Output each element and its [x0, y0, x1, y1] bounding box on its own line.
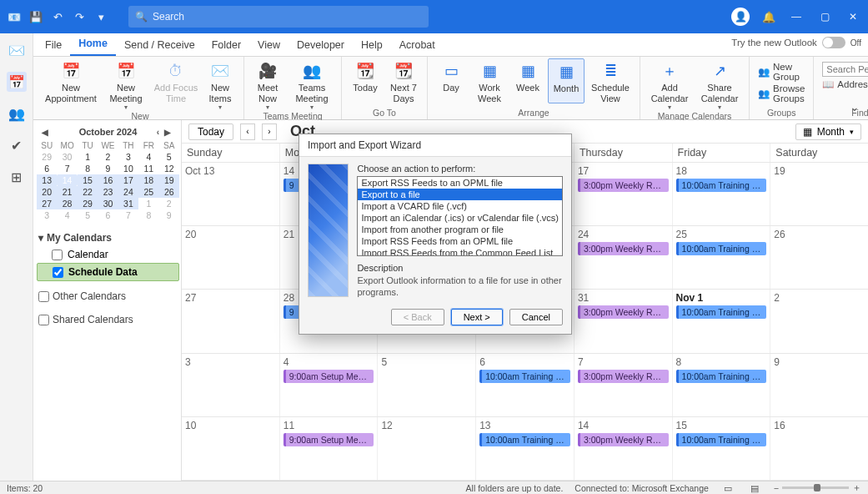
- shared-calendars-header[interactable]: Shared Calendars: [37, 311, 179, 328]
- calendar-event[interactable]: 3:00pm Weekly Recaps: [578, 370, 669, 383]
- schedule-view-button[interactable]: ≣Schedule View: [586, 58, 635, 103]
- calendar-event[interactable]: 10:00am Training Meetups: [676, 179, 767, 192]
- schedule-data-node[interactable]: Schedule Data: [37, 263, 179, 281]
- new-group-button[interactable]: 👥New Group: [758, 62, 805, 82]
- zoom-out-icon[interactable]: −: [774, 483, 779, 493]
- maximize-button[interactable]: ▢: [816, 11, 833, 23]
- day-cell[interactable]: 119:00am Setup Meetings: [279, 417, 378, 480]
- calendar-event[interactable]: 9:00am Setup Meetings: [283, 370, 374, 383]
- day-cell[interactable]: 20: [182, 226, 279, 289]
- prev-range-button[interactable]: ‹: [240, 124, 255, 140]
- calendar-event[interactable]: 9:00am Setup Meetings: [283, 433, 374, 446]
- wizard-option[interactable]: Import from another program or file: [358, 224, 562, 235]
- teams-meeting-button[interactable]: 👥Teams Meeting▾: [288, 58, 336, 111]
- next-button[interactable]: Next >: [451, 309, 503, 325]
- tab-view[interactable]: View: [249, 35, 288, 56]
- tab-folder[interactable]: Folder: [203, 35, 249, 56]
- calendar-node[interactable]: Calendar: [37, 246, 179, 263]
- day-cell[interactable]: 2: [770, 290, 868, 352]
- day-cell[interactable]: Nov 110:00am Training Meetups: [672, 290, 770, 352]
- calendar-event[interactable]: 10:00am Training Meetups: [479, 370, 570, 383]
- calendar-event[interactable]: 3:00pm Weekly Recaps: [578, 433, 669, 446]
- wizard-option[interactable]: Import RSS Feeds from the Common Feed Li…: [358, 247, 562, 256]
- browse-groups-button[interactable]: 👥Browse Groups: [758, 83, 805, 103]
- cancel-button[interactable]: Cancel: [509, 309, 563, 325]
- today-button[interactable]: Today: [188, 124, 233, 140]
- close-button[interactable]: ✕: [845, 11, 861, 23]
- tab-home[interactable]: Home: [70, 33, 116, 56]
- day-cell[interactable]: 12: [377, 417, 475, 480]
- bell-icon[interactable]: 🔔: [761, 9, 776, 24]
- day-cell[interactable]: 9: [770, 354, 868, 416]
- quickaccess-dropdown-icon[interactable]: ▾: [93, 9, 108, 24]
- mini-prev-icon[interactable]: ◀: [38, 128, 52, 137]
- calendar-event[interactable]: 3:00pm Weekly Recaps: [578, 179, 669, 192]
- calendar-event[interactable]: 10:00am Training Meetups: [479, 433, 570, 446]
- day-cell[interactable]: 173:00pm Weekly Recaps: [574, 163, 672, 225]
- next7-button[interactable]: 📆Next 7 Days: [385, 58, 422, 103]
- day-cell[interactable]: 1810:00am Training Meetups: [672, 163, 770, 225]
- day-cell[interactable]: 16: [770, 417, 868, 480]
- calendar-event[interactable]: 10:00am Training Meetups: [676, 305, 767, 319]
- other-calendars-header[interactable]: Other Calendars: [37, 288, 179, 305]
- calendar-event[interactable]: 3:00pm Weekly Recaps: [578, 242, 669, 255]
- day-view-button[interactable]: ▭Day: [433, 58, 469, 103]
- user-avatar[interactable]: 👤: [731, 8, 750, 26]
- day-cell[interactable]: 5: [377, 354, 475, 416]
- mini-calendar[interactable]: ◀ October 2024 ‹ ▶ SUMOTUWETHFRSA2930123…: [37, 125, 179, 221]
- search-people-input[interactable]: [822, 62, 868, 77]
- tab-developer[interactable]: Developer: [288, 35, 353, 56]
- zoom-slider[interactable]: − ＋: [774, 482, 861, 494]
- day-cell[interactable]: 313:00pm Weekly Recaps: [574, 290, 672, 352]
- day-cell[interactable]: 27: [182, 290, 279, 352]
- action-listbox[interactable]: Export RSS Feeds to an OPML fileExport t…: [357, 176, 563, 256]
- day-cell[interactable]: 26: [770, 226, 868, 289]
- try-new-outlook[interactable]: Try the new Outlook Off: [731, 37, 861, 48]
- calendar-event[interactable]: 3:00pm Weekly Recaps: [578, 305, 669, 319]
- new-meeting-button[interactable]: 📅New Meeting▾: [102, 58, 150, 111]
- wizard-option[interactable]: Import RSS Feeds from an OPML file: [358, 235, 562, 247]
- wizard-option[interactable]: Export to a file: [358, 189, 562, 200]
- day-cell[interactable]: 810:00am Training Meetups: [672, 354, 770, 416]
- day-cell[interactable]: 49:00am Setup Meetings: [279, 354, 378, 416]
- redo-icon[interactable]: ↷: [72, 9, 87, 24]
- calendar-event[interactable]: 10:00am Training Meetups: [676, 370, 767, 383]
- day-cell[interactable]: 3: [182, 354, 279, 416]
- add-calendar-button[interactable]: ＋Add Calendar▾: [645, 58, 694, 111]
- calendar-rail-icon[interactable]: 📅: [7, 72, 27, 92]
- next-range-button[interactable]: ›: [262, 124, 277, 140]
- share-calendar-button[interactable]: ↗Share Calendar▾: [695, 58, 744, 111]
- calendar-event[interactable]: 10:00am Training Meetups: [676, 242, 767, 255]
- undo-icon[interactable]: ↶: [50, 9, 65, 24]
- month-view-button[interactable]: ▦Month: [548, 58, 585, 103]
- day-cell[interactable]: 143:00pm Weekly Recaps: [574, 417, 672, 480]
- save-icon[interactable]: 💾: [28, 9, 43, 24]
- view-selector[interactable]: ▦Month▾: [795, 124, 861, 140]
- new-appointment-button[interactable]: 📅New Appointment: [42, 58, 100, 111]
- day-cell[interactable]: 19: [770, 163, 868, 225]
- day-cell[interactable]: 1310:00am Training Meetups: [475, 417, 574, 480]
- tab-send-receive[interactable]: Send / Receive: [116, 35, 203, 56]
- day-cell[interactable]: 610:00am Training Meetups: [475, 354, 574, 416]
- address-book-button[interactable]: 📖Address Book: [822, 78, 868, 90]
- tab-help[interactable]: Help: [353, 35, 391, 56]
- day-cell[interactable]: 10: [182, 417, 279, 480]
- day-cell[interactable]: 243:00pm Weekly Recaps: [574, 226, 672, 289]
- new-items-button[interactable]: ✉️New Items▾: [202, 58, 238, 111]
- reading-view-icon[interactable]: ▤: [747, 483, 762, 493]
- toggle-off-icon[interactable]: [822, 37, 845, 48]
- day-cell[interactable]: Oct 13: [182, 163, 279, 225]
- wizard-option[interactable]: Import a VCARD file (.vcf): [358, 200, 562, 212]
- mail-rail-icon[interactable]: ✉️: [7, 40, 27, 60]
- normal-view-icon[interactable]: ▭: [720, 483, 735, 493]
- global-search[interactable]: 🔍 Search: [128, 6, 429, 28]
- tab-acrobat[interactable]: Acrobat: [391, 35, 444, 56]
- week-view-button[interactable]: ▦Week: [509, 58, 546, 103]
- day-cell[interactable]: 73:00pm Weekly Recaps: [574, 354, 672, 416]
- zoom-in-icon[interactable]: ＋: [852, 482, 861, 494]
- wizard-option[interactable]: Import an iCalendar (.ics) or vCalendar …: [358, 212, 562, 224]
- minimize-button[interactable]: —: [788, 11, 805, 23]
- more-apps-icon[interactable]: ⊞: [7, 167, 27, 187]
- collapse-ribbon-icon[interactable]: ⌄: [850, 100, 860, 113]
- mini-next-icon[interactable]: ▶: [161, 128, 174, 137]
